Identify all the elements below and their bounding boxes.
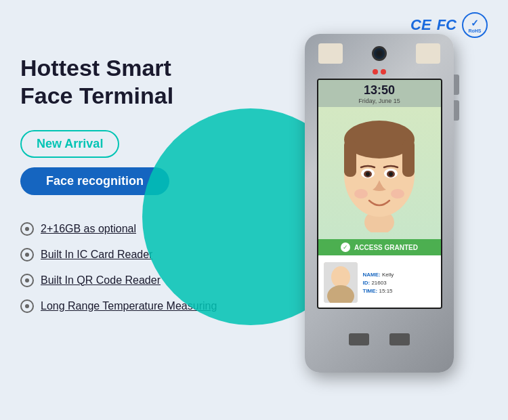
rohs-label: RoHS xyxy=(468,28,481,33)
sensor-row xyxy=(318,43,440,64)
feature-icon-2 xyxy=(20,274,34,287)
camera-lens xyxy=(372,46,387,61)
side-button-2 xyxy=(454,100,459,121)
svg-point-11 xyxy=(354,189,368,198)
time-value: 15:15 xyxy=(379,288,393,294)
svg-point-14 xyxy=(331,266,350,288)
user-info-bar: NAME: Kelly ID: 21603 TIME: 15:15 xyxy=(318,255,441,309)
name-label: NAME: xyxy=(363,272,381,278)
feature-text-0: 2+16GB as optional xyxy=(41,223,136,235)
feature-icon-0 xyxy=(20,222,34,236)
name-value: Kelly xyxy=(382,272,394,278)
user-name-row: NAME: Kelly xyxy=(363,272,394,278)
feature-text-2: Built In QR Code Reader xyxy=(41,274,161,287)
side-button-1 xyxy=(454,75,459,95)
svg-rect-3 xyxy=(344,140,356,177)
bottom-button-right xyxy=(389,333,410,345)
screen-time: 13:50 xyxy=(364,83,395,98)
screen-date: Friday, June 15 xyxy=(358,98,400,104)
svg-point-10 xyxy=(389,172,393,176)
device-screen: 13:50 Friday, June 15 xyxy=(317,79,442,309)
new-arrival-badge[interactable]: New Arrival xyxy=(20,130,119,158)
id-label: ID: xyxy=(363,280,371,286)
device-shell: 13:50 Friday, June 15 xyxy=(305,34,454,373)
device-bottom xyxy=(349,309,410,366)
device-container: 13:50 Friday, June 15 xyxy=(305,34,467,386)
indicator-row xyxy=(373,69,386,75)
main-title: Hottest Smart Face Terminal xyxy=(20,54,251,110)
feature-icon-1 xyxy=(20,248,34,261)
face-display-area xyxy=(318,107,441,239)
rohs-check-icon: ✓ xyxy=(471,18,479,28)
user-avatar xyxy=(324,262,358,303)
ir-sensor-right xyxy=(416,43,440,64)
feature-icon-3 xyxy=(20,299,34,313)
ir-sensor-left xyxy=(318,43,343,64)
red-led-left xyxy=(373,69,378,75)
access-granted-text: ACCESS GRANTED xyxy=(354,244,418,251)
feature-text-1: Built In IC Card Reader xyxy=(41,249,152,261)
ce-badge: CE xyxy=(410,16,431,34)
time-label: TIME: xyxy=(363,288,378,294)
user-time-row: TIME: 15:15 xyxy=(363,288,394,294)
bottom-button-left xyxy=(349,333,369,345)
user-details: NAME: Kelly ID: 21603 TIME: 15:15 xyxy=(363,272,394,294)
svg-point-12 xyxy=(391,189,404,198)
fc-badge: FC xyxy=(437,16,457,34)
svg-point-9 xyxy=(366,172,370,176)
face-svg xyxy=(335,114,423,232)
check-icon: ✓ xyxy=(341,243,350,252)
svg-rect-4 xyxy=(402,140,415,177)
id-value: 21603 xyxy=(371,280,386,286)
access-granted-bar: ✓ ACCESS GRANTED xyxy=(318,239,441,255)
red-led-right xyxy=(381,69,386,75)
side-buttons xyxy=(454,75,459,121)
screen-top-bar: 13:50 Friday, June 15 xyxy=(318,80,441,107)
user-id-row: ID: 21603 xyxy=(363,280,394,286)
